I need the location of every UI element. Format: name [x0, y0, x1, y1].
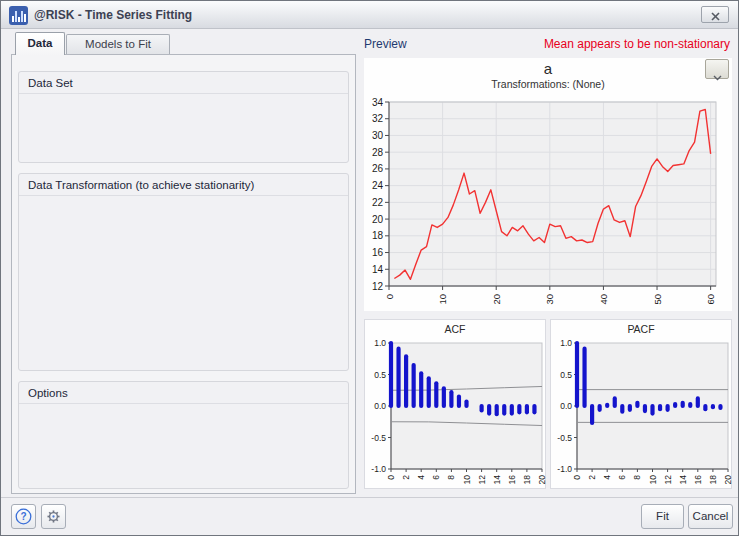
gear-icon — [45, 508, 62, 525]
svg-text:20: 20 — [537, 475, 547, 485]
svg-text:-1.0: -1.0 — [371, 464, 386, 474]
svg-text:16: 16 — [693, 475, 703, 485]
svg-text:1.0: 1.0 — [560, 339, 572, 348]
svg-text:-1.0: -1.0 — [557, 464, 572, 474]
svg-text:0.0: 0.0 — [560, 401, 572, 411]
svg-text:2: 2 — [401, 475, 411, 480]
svg-text:28: 28 — [372, 147, 384, 158]
pacf-plot: 1.00.50.0-0.5-1.002468101214161820 — [551, 339, 733, 491]
fit-button[interactable]: Fit — [641, 504, 684, 529]
pacf-title: PACF — [551, 320, 731, 335]
svg-text:10: 10 — [462, 475, 472, 485]
svg-text:8: 8 — [446, 475, 456, 480]
svg-text:1.0: 1.0 — [374, 339, 386, 348]
svg-text:10: 10 — [648, 475, 658, 485]
svg-text:4: 4 — [602, 475, 612, 480]
svg-text:30: 30 — [544, 294, 555, 305]
series-plot: 1214161820222426283032340102030405060 — [364, 98, 732, 315]
svg-text:0: 0 — [572, 475, 582, 480]
svg-text:20: 20 — [372, 214, 384, 225]
chart-subtitle: Transformations: (None) — [364, 78, 732, 90]
svg-text:16: 16 — [372, 247, 384, 258]
settings-button[interactable] — [41, 504, 66, 529]
svg-text:8: 8 — [632, 475, 642, 480]
svg-text:18: 18 — [372, 230, 384, 241]
tab-data[interactable]: Data — [15, 32, 65, 55]
svg-text:20: 20 — [723, 475, 733, 485]
time-series-fitting-dialog: @RISK - Time Series Fitting Data Models … — [0, 0, 739, 536]
group-data-set: Data Set — [18, 71, 349, 163]
svg-text:60: 60 — [705, 294, 716, 305]
acf-title: ACF — [365, 320, 545, 335]
svg-text:24: 24 — [372, 180, 384, 191]
svg-text:22: 22 — [372, 197, 384, 208]
svg-text:14: 14 — [372, 264, 384, 275]
svg-text:34: 34 — [372, 98, 384, 108]
footer-separator — [1, 497, 738, 498]
svg-text:18: 18 — [522, 475, 532, 485]
svg-text:32: 32 — [372, 113, 384, 124]
title-bar: @RISK - Time Series Fitting — [1, 1, 738, 29]
status-message: Mean appears to be non-stationary — [544, 37, 730, 51]
svg-text:12: 12 — [477, 475, 487, 485]
svg-text:30: 30 — [372, 130, 384, 141]
group-title: Data Transformation (to achieve stationa… — [19, 174, 348, 196]
group-options: Options — [18, 381, 349, 489]
svg-text:12: 12 — [663, 475, 673, 485]
svg-text:10: 10 — [437, 294, 448, 305]
svg-text:14: 14 — [492, 475, 502, 485]
svg-text:20: 20 — [491, 294, 502, 305]
chart-title: a — [364, 58, 732, 77]
svg-text:0: 0 — [384, 294, 395, 299]
bar-chart-app-icon — [9, 6, 28, 25]
group-title: Data Set — [19, 72, 348, 94]
svg-text:-0.5: -0.5 — [557, 433, 572, 443]
svg-text:26: 26 — [372, 163, 384, 174]
svg-text:0: 0 — [386, 475, 396, 480]
help-icon: ? — [15, 508, 32, 525]
svg-text:12: 12 — [372, 281, 384, 292]
window-title: @RISK - Time Series Fitting — [34, 8, 192, 22]
svg-text:0.5: 0.5 — [560, 370, 572, 380]
svg-text:?: ? — [20, 511, 26, 522]
pacf-chart: PACF 1.00.50.0-0.5-1.002468101214161820 — [550, 319, 732, 489]
svg-text:6: 6 — [431, 475, 441, 480]
svg-text:14: 14 — [678, 475, 688, 485]
help-button[interactable]: ? — [11, 504, 36, 529]
acf-chart: ACF 1.00.50.0-0.5-1.002468101214161820 — [364, 319, 546, 489]
svg-text:4: 4 — [416, 475, 426, 480]
svg-text:6: 6 — [617, 475, 627, 480]
svg-text:0.0: 0.0 — [374, 401, 386, 411]
svg-text:0.5: 0.5 — [374, 370, 386, 380]
svg-text:-0.5: -0.5 — [371, 433, 386, 443]
svg-text:40: 40 — [598, 294, 609, 305]
group-title: Options — [19, 382, 348, 404]
close-icon — [711, 12, 720, 21]
svg-text:16: 16 — [507, 475, 517, 485]
acf-plot: 1.00.50.0-0.5-1.002468101214161820 — [365, 339, 547, 491]
close-button[interactable] — [701, 6, 729, 23]
preview-label: Preview — [364, 37, 407, 51]
svg-text:2: 2 — [587, 475, 597, 480]
chart-options-button[interactable] — [705, 59, 729, 79]
svg-text:18: 18 — [708, 475, 718, 485]
chevron-down-icon — [713, 75, 722, 81]
group-data-transformation: Data Transformation (to achieve stationa… — [18, 173, 349, 371]
svg-text:50: 50 — [652, 294, 663, 305]
cancel-button[interactable]: Cancel — [688, 504, 733, 529]
tab-models-to-fit[interactable]: Models to Fit — [66, 34, 170, 54]
main-series-chart: a Transformations: (None) 12141618202224… — [364, 58, 732, 311]
